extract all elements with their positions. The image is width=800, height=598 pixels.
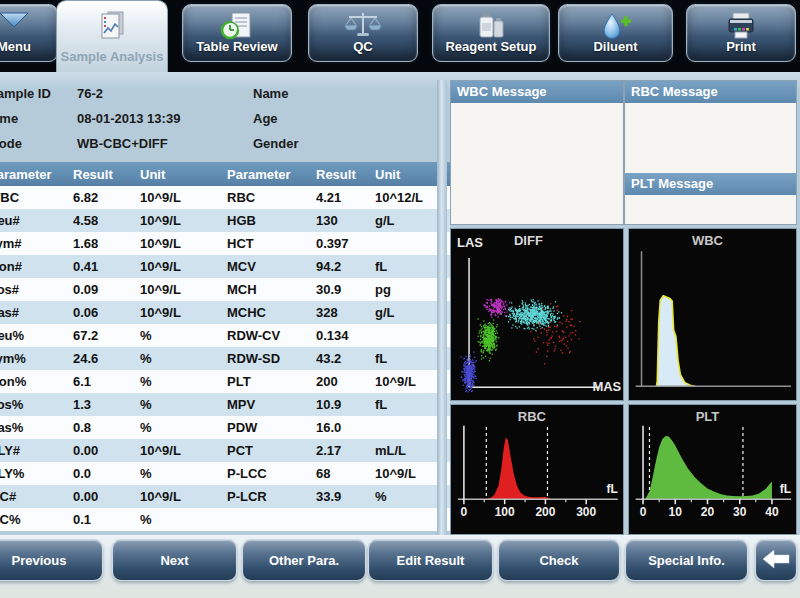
table-row: Lym%24.6%RDW-SD43.2fL: [0, 347, 450, 370]
result-cell: 94.2: [316, 259, 375, 274]
result-cell: 1.68: [73, 236, 140, 251]
result-cell: 33.9: [316, 489, 375, 504]
result-cell: 2.17: [316, 443, 375, 458]
unit-cell: 10^9/L: [140, 213, 227, 228]
param-cell: MPV: [227, 397, 316, 412]
table-row: ALY#0.0010^9/LPCT2.17mL/L: [0, 439, 450, 462]
param-cell: PCT: [227, 443, 316, 458]
plt-message-header: PLT Message: [625, 173, 796, 195]
reagent-bottles-icon: [476, 11, 506, 45]
print-button[interactable]: Print: [686, 4, 796, 62]
unit-cell: %: [140, 328, 227, 343]
svg-text:RBC: RBC: [518, 409, 547, 424]
back-arrow-icon: [762, 549, 790, 572]
param-cell: Mon%: [0, 374, 73, 389]
rbc-message-header: RBC Message: [625, 81, 796, 103]
edit-result-button[interactable]: Edit Result: [368, 539, 493, 581]
special-info-button[interactable]: Special Info.: [625, 539, 748, 581]
param-cell: WBC: [0, 190, 73, 205]
rbc-histogram[interactable]: 0100200300fLRBC: [450, 404, 624, 535]
result-cell: 0.134: [316, 328, 375, 343]
param-cell: Parameter: [0, 167, 73, 182]
param-cell: Neu%: [0, 328, 73, 343]
qc-scale-icon: [341, 11, 385, 45]
param-cell: Eos#: [0, 282, 73, 297]
table-scroll-track[interactable]: [437, 80, 447, 535]
result-cell: 200: [316, 374, 375, 389]
result-cell: 0.0: [73, 466, 140, 481]
table-row: Mon%6.1%PLT20010^9/L: [0, 370, 450, 393]
result-cell: Result: [316, 167, 375, 182]
param-cell: PDW: [227, 420, 316, 435]
diluent-button[interactable]: Diluent: [558, 4, 673, 62]
table-review-icon: [220, 11, 254, 45]
menu-arrow-icon: [0, 11, 29, 32]
unit-cell: %: [140, 420, 227, 435]
bottom-button-bar: Previous Next Other Para. Edit Result Ch…: [0, 535, 800, 598]
table-row: ALY%0.0%P-LCC6810^9/L: [0, 462, 450, 485]
unit-cell: %: [140, 374, 227, 389]
result-cell: 4.21: [316, 190, 375, 205]
svg-text:fL: fL: [607, 482, 618, 496]
diff-scattergram[interactable]: LASDIFFMAS: [450, 228, 624, 401]
result-cell: 328: [316, 305, 375, 320]
age-label: Age: [253, 111, 278, 126]
svg-text:300: 300: [576, 505, 596, 519]
other-para-button[interactable]: Other Para.: [242, 539, 366, 581]
sample-analysis-icon: [95, 9, 129, 45]
wbc-message-header: WBC Message: [451, 81, 623, 103]
param-cell: ALY#: [0, 443, 73, 458]
results-table: ParameterResultUnitParameterResultUnitWB…: [0, 162, 450, 531]
result-cell: 130: [316, 213, 375, 228]
back-arrow-button[interactable]: [755, 539, 797, 581]
wbc-histogram[interactable]: WBC: [628, 228, 797, 401]
time-label: Time: [0, 111, 18, 126]
time-value: 08-01-2013 13:39: [77, 111, 180, 126]
result-cell: 6.82: [73, 190, 140, 205]
table-header-row: ParameterResultUnitParameterResultUnit: [0, 162, 450, 186]
svg-text:fL: fL: [780, 482, 791, 496]
table-row: Mon#0.4110^9/LMCV94.2fL: [0, 255, 450, 278]
param-cell: MCH: [227, 282, 316, 297]
table-row: WBC6.8210^9/LRBC4.2110^12/L: [0, 186, 450, 209]
check-button[interactable]: Check: [498, 539, 620, 581]
svg-text:WBC: WBC: [692, 233, 724, 248]
param-cell: LIC#: [0, 489, 73, 504]
table-row: Bas%0.8%PDW16.0: [0, 416, 450, 439]
mode-value: WB-CBC+DIFF: [77, 136, 168, 151]
plt-histogram[interactable]: 010203040fLPLT: [628, 404, 797, 535]
param-cell: Mon#: [0, 259, 73, 274]
svg-text:40: 40: [765, 505, 779, 519]
menu-button[interactable]: Menu: [0, 4, 58, 62]
unit-cell: 10^9/L: [140, 282, 227, 297]
result-cell: 67.2: [73, 328, 140, 343]
reagent-setup-button[interactable]: Reagent Setup: [432, 4, 550, 62]
previous-button[interactable]: Previous: [0, 539, 103, 581]
tab-sample-analysis-label: Sample Analysis: [61, 49, 164, 64]
param-cell: P-LCR: [227, 489, 316, 504]
result-cell: 0.06: [73, 305, 140, 320]
table-row: LIC%0.1%: [0, 508, 450, 531]
result-cell: 68: [316, 466, 375, 481]
param-cell: PLT: [227, 374, 316, 389]
result-cell: 0.8: [73, 420, 140, 435]
svg-text:200: 200: [535, 505, 555, 519]
result-cell: 6.1: [73, 374, 140, 389]
param-cell: Neu#: [0, 213, 73, 228]
param-cell: Eos%: [0, 397, 73, 412]
table-row: Neu#4.5810^9/LHGB130g/L: [0, 209, 450, 232]
wbc-message-panel: WBC Message: [450, 80, 624, 225]
table-row: Eos#0.0910^9/LMCH30.9pg: [0, 278, 450, 301]
result-cell: 43.2: [316, 351, 375, 366]
qc-button[interactable]: QC: [308, 4, 418, 62]
next-button[interactable]: Next: [112, 539, 237, 581]
diluent-drop-icon: [600, 11, 632, 45]
unit-cell: 10^9/L: [140, 489, 227, 504]
unit-cell: 10^9/L: [140, 259, 227, 274]
svg-text:100: 100: [495, 505, 515, 519]
unit-cell: %: [140, 351, 227, 366]
table-review-button[interactable]: Table Review: [182, 4, 292, 62]
result-cell: 1.3: [73, 397, 140, 412]
mode-label: Mode: [0, 136, 22, 151]
tab-sample-analysis[interactable]: Sample Analysis: [56, 0, 168, 72]
